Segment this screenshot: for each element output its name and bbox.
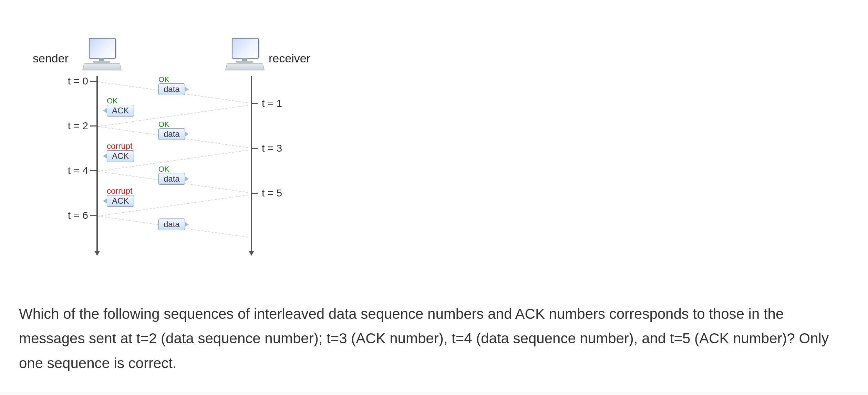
sender-computer-icon [83, 38, 121, 69]
sender-timeline [96, 76, 98, 255]
status-corrupt: corrupt [107, 141, 133, 151]
ack-box: ACK [107, 105, 134, 117]
status-ok: OK [158, 165, 169, 173]
tick [251, 193, 258, 194]
msg-ack-t1: OK ACK [107, 97, 134, 117]
protocol-diagram: sender receiver t = 0 t = 2 t = 4 t = 6 … [34, 38, 303, 252]
tick [251, 103, 258, 104]
msg-data-t2: OK data [158, 121, 185, 140]
data-box: data [158, 128, 185, 140]
time-label-t5: t = 5 [262, 187, 282, 199]
data-box: data [158, 83, 185, 95]
status-ok: OK [158, 75, 169, 84]
time-label-t0: t = 0 [57, 75, 88, 87]
sender-label: sender [33, 52, 69, 65]
status-ok: OK [158, 120, 169, 129]
ack-box: ACK [107, 195, 134, 207]
ack-box: ACK [107, 150, 134, 162]
receiver-label: receiver [269, 52, 310, 65]
time-label-t2: t = 2 [57, 120, 88, 132]
time-label-t3: t = 3 [262, 142, 282, 154]
divider [0, 394, 868, 394]
arrow-down-icon [249, 251, 254, 256]
receiver-timeline [251, 76, 252, 255]
msg-ack-t5: corrupt ACK [107, 187, 134, 207]
tick [251, 148, 258, 149]
status-ok: OK [107, 97, 118, 105]
time-label-t4: t = 4 [57, 165, 88, 176]
data-box: data [158, 219, 185, 230]
tick [90, 170, 97, 171]
time-label-t1: t = 1 [262, 98, 282, 109]
tick [90, 81, 97, 82]
status-corrupt: corrupt [107, 186, 133, 195]
tick [90, 125, 97, 126]
msg-data-t0: OK data [158, 76, 185, 95]
receiver-computer-icon [226, 38, 264, 69]
msg-ack-t3: corrupt ACK [107, 142, 134, 162]
msg-data-t4: OK data [158, 165, 185, 185]
msg-data-t6: data [158, 219, 185, 230]
question-text: Which of the following sequences of inte… [19, 302, 849, 375]
arrow-down-icon [94, 251, 100, 256]
time-label-t6: t = 6 [57, 210, 88, 221]
page: sender receiver t = 0 t = 2 t = 4 t = 6 … [0, 0, 868, 395]
tick [90, 215, 97, 216]
data-box: data [158, 173, 185, 185]
